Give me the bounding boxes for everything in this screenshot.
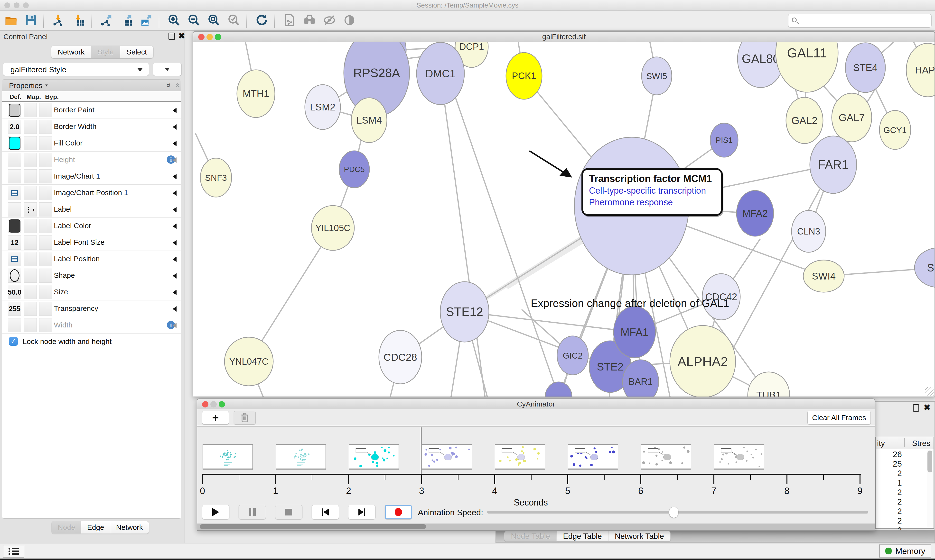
column-ity[interactable]: ity xyxy=(877,439,885,448)
discrete-mapping-icon[interactable]: ⋮› xyxy=(25,206,35,214)
column-divider[interactable] xyxy=(904,438,905,447)
float-panel-icon[interactable] xyxy=(168,32,175,40)
mapping-cell[interactable] xyxy=(24,235,37,249)
network-node-cln3[interactable]: CLN3 xyxy=(792,211,825,252)
mapping-cell[interactable] xyxy=(24,302,37,316)
bypass-cell[interactable] xyxy=(39,202,52,217)
bypass-cell[interactable] xyxy=(39,153,52,167)
node-table-header[interactable]: ity Stres xyxy=(876,437,933,449)
network-node-far1[interactable]: FAR1 xyxy=(810,136,856,194)
zoom-selected-button[interactable] xyxy=(227,13,242,28)
export-network-button[interactable] xyxy=(99,13,114,28)
expand-all-icon[interactable]: » xyxy=(164,83,174,88)
network-node-gic2[interactable]: GIC2 xyxy=(557,336,588,375)
tab-network[interactable]: Network xyxy=(51,46,91,58)
position-icon[interactable] xyxy=(11,190,18,195)
frame-thumbnail-1[interactable] xyxy=(202,445,253,469)
network-node-swi4[interactable]: SWI4 xyxy=(803,260,844,292)
property-row-label[interactable]: ⋮›Label xyxy=(2,201,181,218)
float-panel-icon[interactable] xyxy=(913,404,919,412)
memory-button[interactable]: Memory xyxy=(879,545,931,558)
search-field[interactable] xyxy=(788,14,932,28)
network-node-lsm2[interactable]: LSM2 xyxy=(305,85,340,129)
collapse-arrow-icon[interactable] xyxy=(173,323,176,328)
pause-button[interactable] xyxy=(239,505,266,519)
collapse-arrow-icon[interactable] xyxy=(173,207,176,212)
search-input[interactable] xyxy=(801,15,927,26)
cyanimator-traffic-lights[interactable] xyxy=(202,401,227,408)
minimize-window-icon[interactable] xyxy=(210,401,217,408)
default-cell[interactable] xyxy=(8,252,21,266)
table-cell-value[interactable]: 2 xyxy=(876,516,902,525)
bypass-cell[interactable] xyxy=(39,136,52,150)
mapping-cell[interactable] xyxy=(24,169,37,183)
property-row-border-width[interactable]: 2.0Border Width xyxy=(2,118,181,135)
default-cell[interactable]: 255 xyxy=(8,302,21,316)
position-icon[interactable] xyxy=(11,256,18,262)
collapse-arrow-icon[interactable] xyxy=(173,191,176,196)
network-file-button[interactable] xyxy=(282,13,297,28)
property-row-size[interactable]: 50.0Size xyxy=(2,284,181,300)
annotation-link-2[interactable]: Pheromone response xyxy=(589,197,715,208)
network-window-traffic-lights[interactable] xyxy=(198,34,223,41)
default-cell[interactable] xyxy=(8,318,21,332)
close-window-icon[interactable] xyxy=(202,401,208,408)
toggle-view-button[interactable] xyxy=(342,13,357,28)
network-node-cdc28[interactable]: CDC28 xyxy=(379,330,422,384)
network-node-gcy1[interactable]: GCY1 xyxy=(879,111,911,149)
mapping-cell[interactable] xyxy=(24,186,37,200)
window-traffic-lights[interactable] xyxy=(5,2,32,9)
show-panel-list-button[interactable] xyxy=(3,545,24,558)
property-row-image-chart-1[interactable]: Image/Chart 1 xyxy=(2,168,181,185)
property-row-label-color[interactable]: Label Color xyxy=(2,218,181,234)
color-swatch[interactable] xyxy=(9,219,20,232)
property-row-width[interactable]: Widthi xyxy=(2,317,181,334)
open-session-button[interactable] xyxy=(3,13,19,28)
collapse-arrow-icon[interactable] xyxy=(173,290,176,295)
network-node-mfa2[interactable]: MFA2 xyxy=(736,191,774,236)
default-cell[interactable]: 2.0 xyxy=(8,120,21,134)
default-cell[interactable]: 12 xyxy=(8,235,21,249)
bypass-cell[interactable] xyxy=(39,186,52,200)
bypass-cell[interactable] xyxy=(39,120,52,134)
frame-thumbnail-7[interactable] xyxy=(641,445,691,469)
collapse-arrow-icon[interactable] xyxy=(173,124,176,130)
network-window-titlebar[interactable]: galFiltered.sif xyxy=(193,32,935,42)
network-node-yil105c[interactable]: YIL105C xyxy=(312,206,354,250)
default-cell[interactable] xyxy=(8,136,21,150)
frame-thumbnail-5[interactable] xyxy=(495,445,545,469)
tab-edge-table[interactable]: Edge Table xyxy=(557,531,608,541)
ellipse-shape-icon[interactable] xyxy=(10,269,20,282)
table-cell-value[interactable]: 26 xyxy=(876,449,902,459)
default-cell[interactable] xyxy=(8,169,21,183)
default-value[interactable]: 12 xyxy=(11,238,19,247)
network-node-cdc42[interactable]: CDC42 xyxy=(702,274,740,320)
mapping-cell[interactable] xyxy=(24,252,37,266)
collapse-arrow-icon[interactable] xyxy=(173,157,176,163)
table-cell-value[interactable]: 25 xyxy=(876,459,902,469)
annotation-link-1[interactable]: Cell-type-specific transcription xyxy=(589,186,715,196)
network-edge[interactable] xyxy=(440,74,485,397)
network-node-alpha2[interactable]: ALPHA2 xyxy=(670,326,736,397)
search-network-button[interactable] xyxy=(302,13,317,28)
bypass-cell[interactable] xyxy=(39,252,52,266)
mapping-cell[interactable]: ⋮› xyxy=(24,202,37,217)
network-node-lsm4[interactable]: LSM4 xyxy=(351,98,387,143)
collapse-arrow-icon[interactable] xyxy=(173,240,176,245)
network-node-ste12[interactable]: STE12 xyxy=(440,282,489,342)
bypass-cell[interactable] xyxy=(39,235,52,249)
close-panel-icon[interactable]: ✖ xyxy=(924,404,930,411)
export-table-button[interactable] xyxy=(119,13,134,28)
delete-frame-button[interactable] xyxy=(234,411,256,425)
previous-frame-button[interactable] xyxy=(312,505,339,519)
mapping-cell[interactable] xyxy=(24,219,37,233)
tab-node[interactable]: Node xyxy=(52,521,81,534)
collapse-arrow-icon[interactable] xyxy=(173,306,176,312)
style-options-button[interactable] xyxy=(153,63,182,76)
collapse-arrow-icon[interactable] xyxy=(173,223,176,229)
export-image-button[interactable] xyxy=(139,13,154,28)
record-button[interactable] xyxy=(385,505,412,519)
tab-node-table[interactable]: Node Table xyxy=(505,531,557,541)
stop-button[interactable] xyxy=(275,505,302,519)
mcm1-annotation[interactable]: Transcription factor MCM1 Cell-type-spec… xyxy=(582,168,723,216)
